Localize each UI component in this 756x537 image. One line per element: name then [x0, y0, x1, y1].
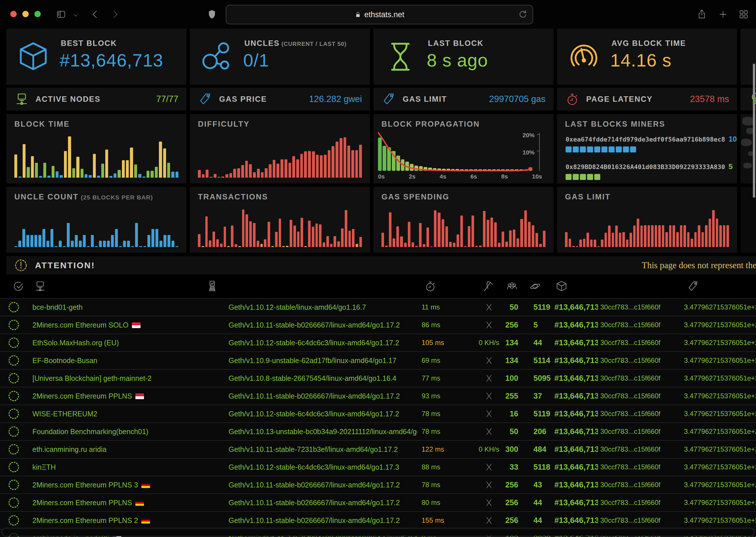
bar [347, 145, 350, 178]
gauge-icon [567, 40, 600, 73]
bar [52, 166, 55, 178]
not-mining-icon [485, 303, 493, 311]
node-block-cell: #13,646,713 [552, 356, 598, 365]
bar [245, 214, 248, 247]
bar [257, 169, 260, 178]
bar [130, 147, 133, 178]
gas-spending-chart-card: GAS SPENDING [374, 187, 554, 253]
avg-block-time-card: AVG BLOCK TIME14.16 s [557, 29, 737, 85]
bar [662, 225, 664, 247]
lock-icon [354, 11, 361, 18]
node-peers-cell: 33 [502, 463, 520, 472]
latency-icon[interactable] [424, 280, 436, 292]
node-blockhash-cell: 30ccf783...c15f660f [598, 374, 671, 382]
tab-overview-icon[interactable] [739, 10, 748, 19]
bar [583, 239, 586, 247]
propagation-curve [378, 131, 532, 172]
table-row[interactable]: 2Miners.com Ethereum PPLNSGeth/v1.10.11-… [0, 387, 756, 405]
bar [171, 241, 174, 247]
node-peers-cell: 256 [502, 498, 520, 507]
table-row[interactable]: [Universa Blockchain] geth-mainnet-2Geth… [0, 369, 756, 387]
browser-chrome: ethstats.net [0, 0, 756, 29]
peers-icon[interactable] [506, 280, 518, 292]
node-blockhash-cell: 30ccf783...c15f660f [598, 356, 671, 364]
table-row[interactable]: 2Miners.com Ethereum SOLOGeth/v1.10.11-s… [0, 316, 756, 334]
bar [341, 228, 343, 247]
bar [312, 151, 315, 178]
mining-icon[interactable] [482, 280, 494, 292]
bar [296, 159, 299, 178]
close-window-button[interactable] [10, 11, 17, 17]
back-icon[interactable] [90, 10, 100, 19]
bar [220, 244, 223, 247]
table-row[interactable]: 2Miners.com Ethereum PPLNS 3Geth/v1.10.1… [0, 476, 756, 493]
table-row[interactable]: kinΞTHGeth/v1.10.12-stable-6c4dc6c3/linu… [0, 458, 756, 476]
bar [171, 172, 174, 178]
check-circle-icon[interactable] [12, 280, 24, 292]
chart-title: BLOCK TIME [14, 120, 70, 128]
zoom-window-button[interactable] [34, 11, 41, 17]
bar [408, 222, 410, 247]
new-tab-icon[interactable] [718, 10, 728, 19]
node-peers-cell: 256 [502, 321, 520, 330]
chevron-down-icon[interactable] [73, 13, 79, 18]
refresh-icon[interactable] [518, 10, 527, 19]
bar [38, 235, 41, 247]
node-peers-cell: 256 [502, 516, 520, 525]
node-total-difficulty-cell: 3.477962715376051e+22 [671, 374, 756, 382]
table-row[interactable]: Foundation Benchmarking(bench01)Geth/v1.… [0, 422, 756, 440]
bar [42, 229, 45, 247]
bar [464, 246, 467, 247]
bar [43, 163, 46, 178]
bar [412, 242, 414, 247]
chart-title: LAST BLOCKS MINERS [565, 120, 665, 129]
pending-icon[interactable] [529, 280, 541, 292]
node-total-difficulty-cell: 3.477962715376051e+22 [671, 356, 756, 364]
table-row[interactable]: 2Miners.com Ethereum PPLNSGeth/v1.10.11-… [0, 493, 756, 511]
page-latency-card: PAGE LATENCY23578 ms [557, 88, 737, 111]
y-tick-label: 20% [522, 132, 535, 139]
forward-icon[interactable] [110, 10, 120, 19]
primary-stats-row: BEST BLOCK#13,646,713UNCLES (CURRENT / L… [6, 29, 756, 85]
table-row[interactable]: WISE-ETHEREUM2Geth/v1.10.12-stable-6c4dc… [0, 405, 756, 422]
bar [139, 246, 142, 247]
address-bar[interactable]: ethstats.net [226, 5, 533, 24]
minimize-window-button[interactable] [22, 11, 29, 17]
bar [55, 246, 57, 247]
table-row[interactable]: 2Miners.com Ethereum PPLNS 2Geth/v1.10.1… [0, 511, 756, 529]
table-row[interactable]: EthSolo.MaxHash.org (EU)Geth/v1.10.12-st… [0, 334, 756, 351]
table-row[interactable]: bce-bnd01-gethGeth/v1.10.12-stable/linux… [0, 298, 756, 316]
node-client-cell: Geth/v1.10.9-unstable-62ad17fb/linux-amd… [199, 356, 417, 365]
table-row[interactable]: eth.icanmining.ru aridiaGeth/v1.10.11-st… [0, 440, 756, 458]
privacy-shield-icon[interactable] [207, 10, 217, 19]
vertical-scrollbar[interactable] [753, 63, 755, 198]
miner-address[interactable]: 0xea674fdde714fd979de3edf0f56aa9716b898e… [565, 135, 731, 144]
block-icon[interactable] [556, 280, 567, 292]
stat-label: AVG BLOCK TIME [611, 39, 686, 48]
share-icon[interactable] [697, 10, 707, 19]
node-status-icon [9, 444, 19, 454]
node-icon[interactable] [34, 280, 46, 292]
node-blockhash-cell: 30ccf783...c15f660f [598, 392, 671, 400]
attention-marquee-text: This page does not represent the [642, 256, 756, 274]
bar [490, 218, 493, 247]
table-row[interactable]: EF-Bootnode-BusanGeth/v1.10.9-unstable-6… [0, 351, 756, 369]
bar [598, 246, 600, 247]
not-mining-icon [485, 427, 493, 436]
miner-address[interactable]: 0x829BD824B016326A401d083B33D092293333A8… [565, 162, 731, 171]
client-icon[interactable] [206, 280, 218, 292]
node-client-cell: Geth/v1.10.11-stable-b0266667/linux-amd6… [199, 321, 417, 329]
difficulty-bars [198, 135, 362, 178]
bar [81, 169, 83, 178]
sidebar-icon[interactable] [56, 10, 66, 19]
difficulty-icon[interactable] [687, 280, 699, 292]
node-blockhash-cell: 30ccf783...c15f660f [598, 445, 671, 453]
horizontal-scrollbar[interactable] [2, 528, 754, 536]
bar [415, 246, 418, 247]
bar [590, 239, 593, 247]
x-tick-label: 4s [440, 173, 446, 180]
node-latency-cell: 155 ms [417, 516, 476, 524]
bar [343, 137, 346, 178]
bar [56, 171, 59, 178]
bar [151, 171, 154, 178]
